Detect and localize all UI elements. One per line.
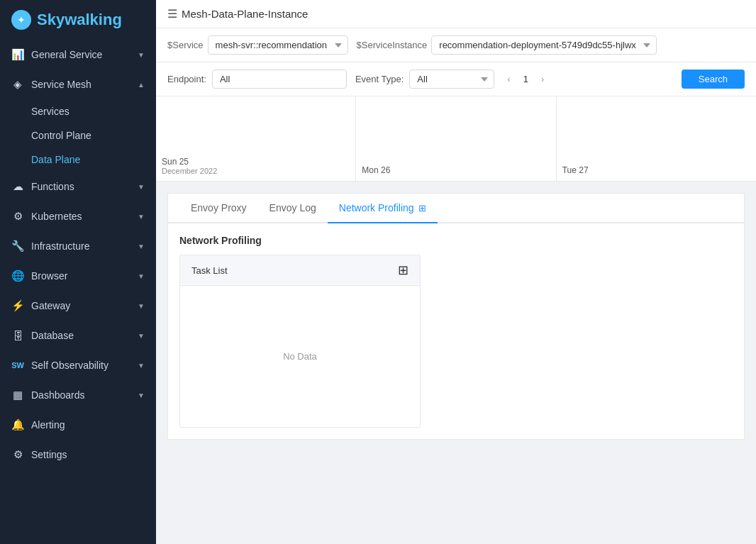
sidebar-item-label: Service Mesh bbox=[31, 79, 91, 90]
self-observability-icon: SW bbox=[11, 359, 24, 372]
sidebar-item-label: Gateway bbox=[31, 300, 70, 311]
sidebar-item-gateway[interactable]: ⚡ Gateway ▼ bbox=[0, 291, 156, 321]
service-label: $Service bbox=[167, 40, 204, 50]
sidebar-item-label: Database bbox=[31, 330, 74, 341]
sidebar-item-data-plane[interactable]: Data Plane bbox=[0, 148, 156, 172]
chevron-icon: ▼ bbox=[138, 272, 145, 280]
general-service-icon: 📊 bbox=[11, 48, 24, 61]
filter-bar: $Service mesh-svr::recommendation $Servi… bbox=[156, 28, 756, 62]
database-icon: 🗄 bbox=[11, 329, 24, 342]
topbar: ☰ Mesh-Data-Plane-Instance bbox=[156, 0, 756, 28]
chevron-icon: ▼ bbox=[138, 362, 145, 370]
sidebar-item-general-service[interactable]: 📊 General Service ▼ bbox=[0, 40, 156, 70]
search-bar: Endpoint: Event Type: All ‹ 1 › Search bbox=[156, 62, 756, 96]
task-list-header: Task List ⊞ bbox=[179, 255, 421, 286]
network-profiling-tab-icon: ⊞ bbox=[418, 203, 426, 213]
sidebar-item-settings[interactable]: ⚙ Settings bbox=[0, 440, 156, 470]
chevron-icon: ▼ bbox=[138, 302, 145, 310]
sidebar-item-kubernetes[interactable]: ⚙ Kubernetes ▼ bbox=[0, 201, 156, 231]
sidebar-item-label: Alerting bbox=[31, 419, 65, 431]
sidebar-item-service-mesh[interactable]: ◈ Service Mesh ▲ bbox=[0, 70, 156, 99]
timeline-col-1: Mon 26 bbox=[356, 96, 556, 181]
event-type-group: Event Type: All bbox=[355, 70, 494, 89]
section-title: Network Profiling bbox=[179, 235, 733, 246]
timeline-col-2: Tue 27 bbox=[557, 96, 756, 181]
sidebar-item-database[interactable]: 🗄 Database ▼ bbox=[0, 321, 156, 350]
chevron-icon: ▼ bbox=[138, 51, 145, 59]
sidebar-item-label: Browser bbox=[31, 270, 67, 282]
sidebar-item-label: Services bbox=[31, 106, 70, 117]
timeline-month-2 bbox=[557, 175, 756, 178]
event-type-label: Event Type: bbox=[355, 74, 404, 84]
instance-filter: $ServiceInstance recommendation-deployme… bbox=[357, 35, 657, 55]
chevron-icon: ▲ bbox=[138, 81, 145, 89]
timeline-date-2: Tue 27 bbox=[557, 162, 756, 175]
sidebar-item-functions[interactable]: ☁ Functions ▼ bbox=[0, 172, 156, 201]
no-data-label: No Data bbox=[283, 351, 317, 362]
tab-label: Network Profiling bbox=[339, 202, 414, 213]
sidebar-item-label: Functions bbox=[31, 181, 74, 192]
sidebar-item-label: Infrastructure bbox=[31, 240, 89, 252]
task-list-container: Task List ⊞ No Data bbox=[179, 255, 421, 428]
logo-text-walking: walking bbox=[65, 11, 122, 28]
chevron-icon: ▼ bbox=[138, 183, 145, 191]
logo-text-sky: Sky bbox=[37, 11, 65, 28]
prev-page-button[interactable]: ‹ bbox=[503, 72, 514, 86]
sidebar-item-label: Kubernetes bbox=[31, 211, 82, 222]
timeline-date-1: Mon 26 bbox=[356, 162, 555, 175]
page-number: 1 bbox=[518, 72, 534, 86]
service-filter: $Service mesh-svr::recommendation bbox=[167, 35, 348, 55]
sidebar-item-control-plane[interactable]: Control Plane bbox=[0, 123, 156, 148]
gateway-icon: ⚡ bbox=[11, 299, 24, 312]
add-task-button[interactable]: ⊞ bbox=[398, 262, 408, 278]
timeline-date-0: Sun 25 bbox=[156, 154, 355, 167]
instance-label: $ServiceInstance bbox=[357, 40, 428, 50]
instance-select[interactable]: recommendation-deployment-5749d9dc55-hjl… bbox=[431, 35, 657, 55]
task-list-label: Task List bbox=[191, 265, 228, 276]
task-list-body: No Data bbox=[179, 286, 421, 428]
endpoint-label: Endpoint: bbox=[167, 74, 206, 84]
sidebar-item-label: Settings bbox=[31, 449, 67, 460]
sidebar-item-label: Dashboards bbox=[31, 389, 85, 401]
sidebar-item-browser[interactable]: 🌐 Browser ▼ bbox=[0, 261, 156, 291]
logo-text: Skywalking bbox=[37, 11, 122, 29]
sidebar-item-alerting[interactable]: 🔔 Alerting bbox=[0, 410, 156, 440]
tab-label: Envoy Proxy bbox=[191, 202, 247, 213]
sidebar-item-label: Self Observability bbox=[31, 360, 109, 371]
main-content: ☰ Mesh-Data-Plane-Instance $Service mesh… bbox=[156, 0, 756, 544]
chevron-icon: ▼ bbox=[138, 332, 145, 340]
event-type-select[interactable]: All bbox=[409, 70, 494, 89]
next-page-button[interactable]: › bbox=[537, 72, 548, 86]
sidebar-item-self-observability[interactable]: SW Self Observability ▼ bbox=[0, 350, 156, 380]
tabs-content: Network Profiling Task List ⊞ No Data bbox=[168, 223, 744, 439]
settings-icon: ⚙ bbox=[11, 448, 24, 461]
tab-envoy-proxy[interactable]: Envoy Proxy bbox=[179, 194, 258, 223]
pagination: ‹ 1 › bbox=[503, 72, 548, 86]
tab-network-profiling[interactable]: Network Profiling ⊞ bbox=[328, 194, 438, 223]
service-mesh-icon: ◈ bbox=[11, 78, 24, 91]
chevron-icon: ▼ bbox=[138, 243, 145, 250]
infrastructure-icon: 🔧 bbox=[11, 240, 24, 252]
sidebar-item-label: Data Plane bbox=[31, 154, 80, 165]
sidebar-item-label: General Service bbox=[31, 49, 102, 60]
tab-envoy-log[interactable]: Envoy Log bbox=[258, 194, 328, 223]
endpoint-input[interactable] bbox=[212, 70, 347, 89]
kubernetes-icon: ⚙ bbox=[11, 210, 24, 223]
sidebar: ✦ Skywalking 📊 General Service ▼ ◈ Servi… bbox=[0, 0, 156, 544]
service-select[interactable]: mesh-svr::recommendation bbox=[208, 35, 348, 55]
endpoint-group: Endpoint: bbox=[167, 70, 347, 89]
timeline-columns: Sun 25 December 2022 Mon 26 Tue 27 bbox=[156, 96, 756, 181]
chevron-icon: ▼ bbox=[138, 392, 145, 399]
search-button[interactable]: Search bbox=[682, 70, 745, 89]
sidebar-item-dashboards[interactable]: ▦ Dashboards ▼ bbox=[0, 380, 156, 410]
sidebar-item-services[interactable]: Services bbox=[0, 99, 156, 123]
functions-icon: ☁ bbox=[11, 180, 24, 193]
page-title: Mesh-Data-Plane-Instance bbox=[182, 8, 308, 20]
sidebar-item-infrastructure[interactable]: 🔧 Infrastructure ▼ bbox=[0, 231, 156, 261]
logo-icon: ✦ bbox=[11, 10, 31, 30]
content-area: Envoy Proxy Envoy Log Network Profiling … bbox=[156, 182, 756, 544]
tabs-card: Envoy Proxy Envoy Log Network Profiling … bbox=[167, 193, 745, 440]
dashboards-icon: ▦ bbox=[11, 389, 24, 401]
alerting-icon: 🔔 bbox=[11, 418, 24, 431]
tab-label: Envoy Log bbox=[269, 202, 316, 213]
